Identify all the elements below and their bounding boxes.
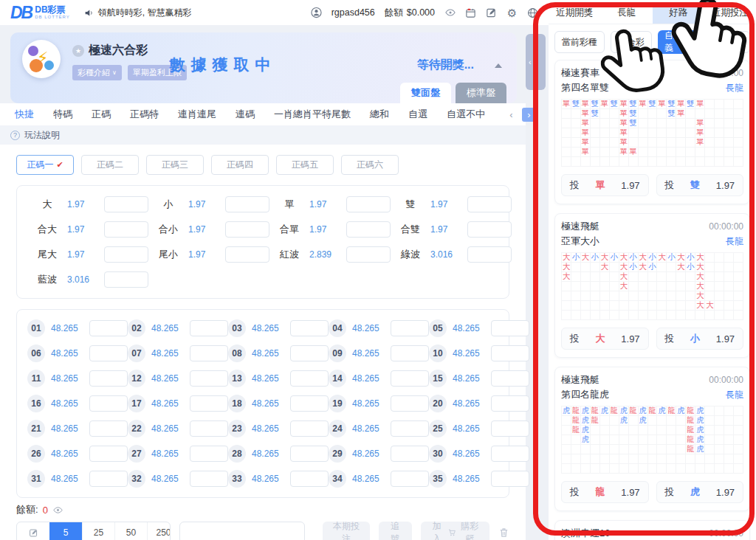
subtab-正碼六[interactable]: 正碼六 <box>341 155 399 175</box>
changlong-link[interactable]: 長龍 <box>726 389 743 401</box>
nav-tab-自選[interactable]: 自選 <box>408 108 427 121</box>
sidebar-tab-好路[interactable]: 好路 <box>653 2 704 24</box>
quick-bet-小-button[interactable]: 投小1.97 <box>656 328 744 350</box>
chip-current-lottery[interactable]: 當前彩種 <box>554 31 605 53</box>
bet-input-大[interactable] <box>104 196 148 212</box>
num-input-20[interactable] <box>491 395 529 412</box>
num-input-27[interactable] <box>190 446 228 462</box>
num-input-09[interactable] <box>391 345 429 361</box>
quick-bet-龍-button[interactable]: 投龍1.97 <box>561 481 649 503</box>
username-text[interactable]: rgpasd456 <box>331 7 375 18</box>
chip-lottery-count[interactable]: 彩種 82個 <box>690 30 712 54</box>
num-input-11[interactable] <box>89 370 128 387</box>
num-input-10[interactable] <box>491 345 529 361</box>
nav-tab-總和[interactable]: 總和 <box>370 108 389 121</box>
num-input-08[interactable] <box>290 345 329 361</box>
sidebar-tab-近期投注[interactable]: 近期投注 <box>704 2 756 24</box>
brand-logo[interactable]: DB DB彩票 DB LOTTERY <box>10 3 70 23</box>
sidebar-collapse-handle[interactable]: ‹ <box>526 34 546 90</box>
num-input-19[interactable] <box>391 395 429 412</box>
amount-chip-50[interactable]: 50 <box>114 522 147 540</box>
num-input-23[interactable] <box>290 420 329 437</box>
trash-icon[interactable] <box>498 527 509 539</box>
nav-tab-一肖總肖平特尾數[interactable]: 一肖總肖平特尾數 <box>274 108 351 121</box>
nav-tab-快捷[interactable]: 快捷 <box>15 108 34 121</box>
bet-input-尾大[interactable] <box>104 246 148 263</box>
num-input-03[interactable] <box>290 320 329 336</box>
bet-input-綠波[interactable] <box>467 246 512 263</box>
num-input-33[interactable] <box>290 471 329 487</box>
report-edit-icon[interactable] <box>486 7 497 18</box>
bet-input-合大[interactable] <box>104 221 148 238</box>
nav-tab-連碼[interactable]: 連碼 <box>236 108 255 121</box>
checkin-calendar-icon[interactable] <box>465 7 476 18</box>
subtab-正碼三[interactable]: 正碼三 <box>146 155 204 175</box>
bet-input-合小[interactable] <box>225 221 269 238</box>
sidebar-tab-近期開獎[interactable]: 近期開獎 <box>549 2 600 24</box>
collapse-chevron-up-icon[interactable] <box>495 63 502 68</box>
nav-scroll-right-button[interactable]: › <box>522 108 536 122</box>
num-input-32[interactable] <box>190 471 228 487</box>
num-input-35[interactable] <box>491 471 529 487</box>
subtab-正碼五[interactable]: 正碼五 <box>276 155 334 175</box>
num-input-15[interactable] <box>491 370 529 387</box>
num-input-04[interactable] <box>391 320 429 336</box>
subtab-正碼一[interactable]: 正碼一✔ <box>16 155 74 175</box>
bet-input-雙[interactable] <box>467 196 512 212</box>
chip-select[interactable]: 選擇 <box>718 31 750 53</box>
nav-tab-連肖連尾[interactable]: 連肖連尾 <box>178 108 216 121</box>
quick-bet-虎-button[interactable]: 投虎1.97 <box>656 481 744 503</box>
quick-bet-單-button[interactable]: 投單1.97 <box>561 174 649 196</box>
num-input-26[interactable] <box>89 446 128 462</box>
quick-bet-雙-button[interactable]: 投雙1.97 <box>656 174 744 196</box>
balance-eye-icon[interactable] <box>52 505 63 516</box>
num-input-34[interactable] <box>391 471 429 487</box>
bet-now-button[interactable]: 本期投注 <box>323 522 370 540</box>
amount-chip-250[interactable]: 250 <box>147 522 171 540</box>
help-label[interactable]: 玩法說明 <box>24 129 60 142</box>
num-input-02[interactable] <box>190 320 228 336</box>
nav-tab-正碼特[interactable]: 正碼特 <box>130 108 159 121</box>
tab-standard-board[interactable]: 標準盤 <box>456 83 506 103</box>
chip-custom[interactable]: 自定義 <box>658 30 690 54</box>
num-input-21[interactable] <box>89 420 128 437</box>
bet-input-合單[interactable] <box>346 221 391 238</box>
num-input-13[interactable] <box>290 370 329 387</box>
add-to-cart-button[interactable]: 加入 購彩籃 <box>421 522 489 540</box>
num-input-05[interactable] <box>491 320 529 336</box>
globe-icon[interactable] <box>527 7 538 18</box>
num-input-16[interactable] <box>89 395 128 412</box>
eye-icon[interactable] <box>444 7 456 18</box>
custom-amount-input[interactable] <box>179 522 305 540</box>
num-input-17[interactable] <box>190 395 228 412</box>
num-input-31[interactable] <box>89 471 128 487</box>
bet-input-合雙[interactable] <box>467 221 512 238</box>
bet-input-小[interactable] <box>225 196 269 212</box>
nav-tab-自選不中[interactable]: 自選不中 <box>447 108 485 121</box>
chase-number-button[interactable]: 追號 <box>379 522 412 540</box>
sidebar-tab-長龍[interactable]: 長龍 <box>600 2 652 24</box>
subtab-正碼四[interactable]: 正碼四 <box>211 155 269 175</box>
tab-double-board[interactable]: 雙面盤 <box>400 83 451 103</box>
num-input-06[interactable] <box>89 345 128 361</box>
num-input-14[interactable] <box>391 370 429 387</box>
quick-bet-大-button[interactable]: 投大1.97 <box>561 328 649 350</box>
user-icon[interactable] <box>311 7 322 18</box>
help-question-icon[interactable]: ? <box>10 131 20 140</box>
num-input-18[interactable] <box>290 395 329 412</box>
num-input-28[interactable] <box>290 446 329 462</box>
bet-input-藍波[interactable] <box>104 271 148 288</box>
bet-input-紅波[interactable] <box>346 246 391 263</box>
amount-chip-5[interactable]: 5 <box>49 522 82 540</box>
amount-chip-25[interactable]: 25 <box>82 522 114 540</box>
bet-input-尾小[interactable] <box>225 246 269 263</box>
nav-scroll-left-button[interactable]: ‹ <box>504 108 518 122</box>
subtab-正碼二[interactable]: 正碼二 <box>81 155 139 175</box>
chip-custom-group[interactable]: 自定義 彩種 82個 <box>658 30 712 54</box>
num-input-29[interactable] <box>391 446 429 462</box>
nav-tab-正碼[interactable]: 正碼 <box>92 108 111 121</box>
num-input-01[interactable] <box>89 320 128 336</box>
nav-tab-特碼[interactable]: 特碼 <box>53 108 72 121</box>
num-input-25[interactable] <box>491 420 529 437</box>
num-input-30[interactable] <box>491 446 529 462</box>
